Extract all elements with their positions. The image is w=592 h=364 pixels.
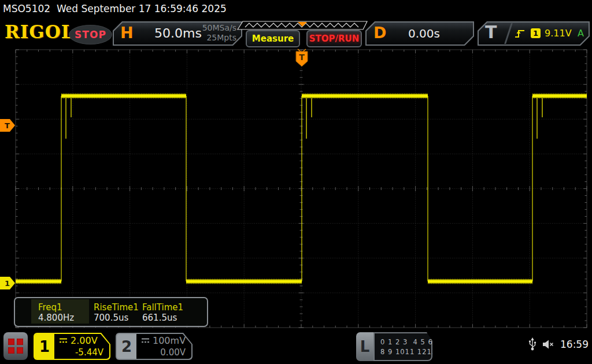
horizontal-panel[interactable]: H 50.0ms 50MSa/s 25Mpts: [113, 21, 242, 46]
measurement-label: FallTime1: [142, 302, 183, 313]
trigger-level-value: 9.11V: [545, 28, 572, 39]
channel1-offset: -5.44V: [75, 347, 103, 358]
waveform-marker[interactable]: 1: [5, 279, 10, 288]
channel2-offset: 0.00V: [160, 347, 186, 358]
system-tray: 16:59: [528, 337, 589, 351]
windows-grid-button[interactable]: [3, 332, 28, 360]
memory-position-strip[interactable]: [237, 21, 368, 31]
memory-depth: 25Mpts: [202, 33, 236, 43]
clock: 16:59: [560, 339, 589, 350]
dc-coupling-icon: [59, 337, 68, 344]
measurement-label: Freq1: [38, 302, 62, 313]
rising-edge-icon: [513, 28, 526, 39]
logic-channels-panel[interactable]: L 0 1 2 3 4 5 6 7 8 9 1011 12131415: [356, 332, 432, 361]
channel2-scale: 100mV: [153, 335, 186, 346]
header-bar: RIGOL STOP H 50.0ms 50MSa/s 25Mpts Measu…: [0, 17, 592, 49]
logic-channels-8-15: 8 9 1011 12131415: [380, 348, 456, 356]
timebase-value: 50.0ms: [154, 26, 202, 40]
delay-value: 0.00s: [408, 27, 440, 40]
bottom-bar: 1 2.00V -5.44V 2 100mV 0.00V: [0, 329, 592, 364]
trigger-panel[interactable]: T 1 9.11V A: [478, 21, 590, 46]
delay-panel[interactable]: D 0.00s: [365, 21, 474, 46]
dc-coupling-icon: [141, 337, 150, 344]
logic-badge: L: [356, 332, 373, 361]
channel2-scale-row: 100mV: [141, 335, 186, 346]
channel1-badge[interactable]: 1: [35, 334, 54, 359]
acquisition-info: 50MSa/s 25Mpts: [202, 23, 236, 43]
waveform-marker[interactable]: T: [5, 121, 10, 130]
channel2-badge[interactable]: 2: [117, 334, 136, 359]
horizontal-label: H: [120, 24, 134, 42]
run-state-badge: STOP: [69, 25, 112, 44]
channel1-panel[interactable]: 1 2.00V -5.44V: [34, 333, 110, 360]
channel2-panel[interactable]: 2 100mV 0.00V: [116, 333, 193, 360]
model-and-datetime: MSO5102 Wed September 17 16:59:46 2025: [3, 3, 227, 14]
sample-rate: 50MSa/s: [202, 23, 236, 33]
delay-label: D: [373, 24, 386, 42]
logic-channels-0-7: 0 1 2 3 4 5 6 7: [380, 338, 441, 346]
logic-body: 0 1 2 3 4 5 6 7 8 9 1011 12131415: [373, 332, 432, 361]
measure-button[interactable]: Measure: [246, 30, 300, 47]
status-bar: MSO5102 Wed September 17 16:59:46 2025: [0, 0, 592, 17]
oscilloscope-screen: TT1 MSO5102 Wed September 17 16:59:46 20…: [0, 0, 592, 364]
measurement-results-panel[interactable]: Freq1 4.800Hz RiseTime1 700.5us FallTime…: [14, 297, 208, 327]
usb-icon: [528, 337, 536, 351]
channel1-scale-row: 2.00V: [59, 335, 98, 346]
measurement-value: 661.5us: [142, 313, 177, 323]
channel1-scale: 2.00V: [71, 335, 98, 346]
four-squares-icon: [8, 339, 23, 354]
measurement-value: 700.5us: [94, 313, 128, 323]
measurement-label: RiseTime1: [94, 302, 139, 313]
trigger-label: T: [485, 22, 497, 42]
measurement-value: 4.800Hz: [38, 313, 74, 323]
stop-run-button[interactable]: STOP/RUN: [306, 30, 362, 47]
speaker-muted-icon[interactable]: [542, 339, 554, 350]
waveform-marker[interactable]: T: [299, 53, 305, 62]
trigger-mode-indicator: A: [578, 28, 584, 39]
rigol-logo: RIGOL: [5, 21, 75, 42]
trigger-source-badge: 1: [531, 28, 541, 38]
